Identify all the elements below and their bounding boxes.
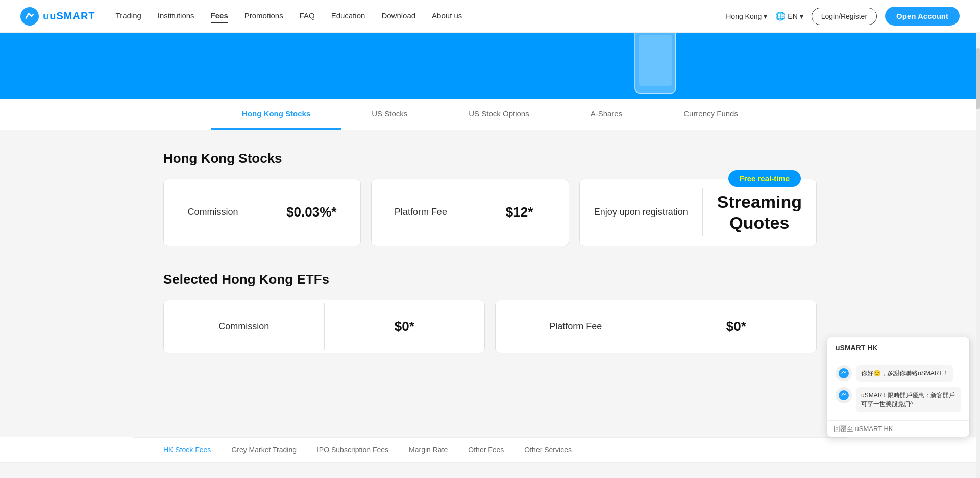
chat-bubble-1: 你好🙂，多謝你聯絡uSMART！ [856,365,953,382]
nav-links: Trading Institutions Fees Promotions FAQ… [116,9,726,23]
main-content: Hong Kong Stocks Commission $0.03%* Plat… [133,130,847,437]
tabs-section: Hong Kong Stocks US Stocks US Stock Opti… [0,99,980,130]
region-label: Hong Kong [726,12,762,20]
tabs-container: Hong Kong Stocks US Stocks US Stock Opti… [133,99,847,130]
logo[interactable]: uuSMART [20,7,95,26]
free-realtime-badge: Free real-time [728,170,801,187]
streaming-quotes-label: Streaming Quotes [703,179,816,246]
nav-faq[interactable]: FAQ [300,9,315,23]
navbar: uuSMART Trading Institutions Fees Promot… [0,0,980,33]
bottom-nav-other-fees[interactable]: Other Fees [468,446,504,454]
commission-value: $0.03%* [262,186,360,238]
chat-avatar-2 [836,387,852,403]
language-label: EN [788,12,797,20]
chat-input[interactable] [834,425,963,433]
nav-about[interactable]: About us [432,9,462,23]
hk-etfs-cards-row: Commission $0* Platform Fee $0* [163,300,817,353]
nav-institutions[interactable]: Institutions [158,9,194,23]
scrollbar-track[interactable] [976,0,980,473]
svg-point-0 [20,7,39,26]
tab-currency-funds[interactable]: Currency Funds [653,99,769,130]
chat-message-2: uSMART 限時開戶優惠：新客開戶可享一世美股免佣^ [836,387,961,413]
platform-fee-label: Platform Fee [372,188,470,236]
chat-agent-name: uSMART HK [836,344,877,352]
commission-label: Commission [164,188,262,236]
etf-platform-fee-label: Platform Fee [496,303,656,350]
bottom-nav-ipo-subscription[interactable]: IPO Subscription Fees [317,446,388,454]
enjoy-upon-registration-label: Enjoy upon registration [580,188,703,236]
hero-banner [0,33,980,99]
etf-platform-fee-card: Platform Fee $0* [495,300,817,353]
chat-message-1: 你好🙂，多謝你聯絡uSMART！ [836,365,961,382]
commission-card: Commission $0.03%* [163,179,361,246]
chat-input-area [827,420,969,437]
svg-point-3 [839,368,849,378]
svg-rect-2 [639,35,672,86]
bottom-nav-grey-market[interactable]: Grey Market Trading [231,446,297,454]
nav-education[interactable]: Education [331,9,365,23]
bottom-nav-other-services[interactable]: Other Services [524,446,572,454]
tab-a-shares[interactable]: A-Shares [560,99,653,130]
tab-hk-stocks[interactable]: Hong Kong Stocks [211,99,341,130]
etf-commission-label: Commission [164,303,325,350]
open-account-button[interactable]: Open Account [885,7,960,26]
etf-platform-fee-value: $0* [656,300,817,353]
brand-name: uuSMART [43,10,95,22]
hk-stocks-title: Hong Kong Stocks [163,151,817,166]
chat-header: uSMART HK [827,337,969,359]
streaming-quotes-card: Free real-time Enjoy upon registration S… [579,179,817,246]
bottom-nav-hk-stock-fees[interactable]: HK Stock Fees [163,446,211,454]
globe-icon: 🌐 [775,11,786,21]
chevron-down-icon: ▾ [764,12,767,20]
chat-avatar [836,365,852,381]
hk-etfs-title: Selected Hong Kong ETFs [163,272,817,288]
chevron-down-icon: ▾ [800,12,803,20]
nav-promotions[interactable]: Promotions [244,9,283,23]
tab-us-stocks[interactable]: US Stocks [341,99,438,130]
language-selector[interactable]: 🌐 EN ▾ [775,11,803,21]
platform-fee-card: Platform Fee $12* [371,179,569,246]
nav-download[interactable]: Download [381,9,415,23]
hk-stocks-cards-row: Commission $0.03%* Platform Fee $12* Fre… [163,179,817,246]
bottom-nav-margin-rate[interactable]: Margin Rate [409,446,448,454]
bottom-nav: HK Stock Fees Grey Market Trading IPO Su… [133,437,847,462]
chat-bubble-2: uSMART 限時開戶優惠：新客開戶可享一世美股免佣^ [856,387,961,413]
etf-commission-card: Commission $0* [163,300,485,353]
scrollbar-thumb[interactable] [976,48,980,109]
hero-phone-image [625,33,686,96]
tab-us-stock-options[interactable]: US Stock Options [438,99,559,130]
region-selector[interactable]: Hong Kong ▾ [726,12,767,20]
etf-commission-value: $0* [325,300,485,353]
nav-fees[interactable]: Fees [211,9,228,23]
chat-messages: 你好🙂，多謝你聯絡uSMART！ uSMART 限時開戶優惠：新客開戶可享一世美… [827,359,969,420]
svg-point-4 [839,390,849,400]
nav-right: Hong Kong ▾ 🌐 EN ▾ Login/Register Open A… [726,7,960,26]
login-register-button[interactable]: Login/Register [812,8,877,25]
nav-trading[interactable]: Trading [116,9,141,23]
platform-fee-value: $12* [470,186,568,238]
chat-widget: uSMART HK 你好🙂，多謝你聯絡uSMART！ uSMART 限時開戶優惠… [827,337,970,437]
